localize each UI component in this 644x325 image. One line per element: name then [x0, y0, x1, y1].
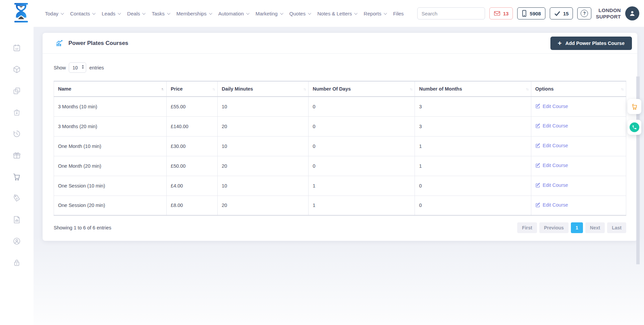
- mail-icon: [494, 10, 500, 16]
- cell-name: One Month (10 min): [54, 136, 167, 156]
- cell-options: Edit Course: [531, 116, 626, 136]
- column-header-options[interactable]: Options↑↓: [531, 81, 626, 97]
- topbar: Today Contacts Leads Deals Tasks Members…: [0, 0, 644, 27]
- nav-item-deals[interactable]: Deals: [127, 11, 145, 16]
- page-length-select[interactable]: 10: [69, 62, 86, 73]
- floating-phone-button[interactable]: [628, 120, 641, 135]
- sort-icon: ↑↓: [621, 87, 623, 91]
- table-row: One Month (10 min) £30.00 10 0 1 Edit Co…: [54, 136, 626, 156]
- edit-course-link[interactable]: Edit Course: [535, 163, 568, 168]
- floating-cart-button[interactable]: [628, 99, 641, 114]
- column-header-number-of-months[interactable]: Number of Months↑↓: [415, 81, 531, 97]
- cell-days: 1: [309, 196, 415, 215]
- svg-text:12: 12: [15, 47, 18, 50]
- cart-icon[interactable]: [12, 172, 21, 181]
- pagination-next-button[interactable]: Next: [585, 222, 605, 233]
- cell-days: 0: [309, 156, 415, 176]
- hourglass-logo-icon[interactable]: [11, 2, 31, 24]
- cell-options: Edit Course: [531, 196, 626, 215]
- check-icon: [554, 11, 560, 16]
- package-icon[interactable]: [12, 65, 21, 74]
- pagination-previous-button[interactable]: Previous: [539, 222, 569, 233]
- sort-icon: ↑↓: [303, 87, 306, 91]
- cell-price: £50.00: [167, 156, 218, 176]
- add-power-plates-course-button[interactable]: + Add Power Plates Course: [550, 37, 632, 50]
- report-icon[interactable]: [12, 215, 21, 224]
- cell-name: One Session (20 min): [54, 196, 167, 215]
- edit-icon: [535, 163, 540, 168]
- edit-course-link[interactable]: Edit Course: [535, 104, 568, 109]
- column-header-price[interactable]: Price↑↓: [167, 81, 218, 97]
- table-row: One Session (10 min) £4.00 10 1 0 Edit C…: [54, 176, 626, 196]
- cell-days: 1: [309, 176, 415, 196]
- history-icon[interactable]: [12, 129, 21, 138]
- account-icon[interactable]: [12, 237, 21, 246]
- table-footer: Showing 1 to 6 of 6 entries First Previo…: [54, 222, 626, 233]
- cell-daily-minutes: 10: [217, 136, 308, 156]
- lock-icon[interactable]: [12, 258, 21, 267]
- plus-icon: +: [558, 40, 562, 47]
- cell-options: Edit Course: [531, 176, 626, 196]
- chevron-down-icon: [280, 11, 283, 15]
- pagination-last-button[interactable]: Last: [607, 222, 626, 233]
- main-nav: Today Contacts Leads Deals Tasks Members…: [45, 11, 404, 16]
- nav-item-marketing[interactable]: Marketing: [256, 11, 282, 16]
- cell-months: 3: [415, 116, 531, 136]
- avatar[interactable]: [625, 6, 639, 20]
- chevron-down-icon: [167, 11, 170, 15]
- nav-item-tasks[interactable]: Tasks: [152, 11, 169, 16]
- svg-text:$: $: [16, 197, 18, 201]
- edit-course-link[interactable]: Edit Course: [535, 182, 568, 188]
- cell-name: One Session (10 min): [54, 176, 167, 196]
- topbar-right: 13 5908 15 ? LONDON SUPPORT: [417, 6, 644, 20]
- page-title: Power Plates Courses: [56, 40, 128, 47]
- nav-item-memberships[interactable]: Memberships: [176, 11, 211, 16]
- cell-months: 0: [415, 196, 531, 215]
- pagination-first-button[interactable]: First: [517, 222, 537, 233]
- nav-item-today[interactable]: Today: [45, 11, 63, 16]
- table-row: One Session (20 min) £8.00 20 1 0 Edit C…: [54, 196, 626, 215]
- gift-icon[interactable]: [12, 151, 21, 160]
- cell-daily-minutes: 10: [217, 176, 308, 196]
- card-body: Show 10 entries Name↑↓ Price↑↓: [43, 54, 637, 233]
- cell-price: £30.00: [167, 136, 218, 156]
- edit-icon: [535, 183, 540, 188]
- tasks-badge[interactable]: 15: [550, 7, 573, 19]
- cell-months: 3: [415, 97, 531, 116]
- cell-daily-minutes: 20: [217, 156, 308, 176]
- pagination-page-1-button[interactable]: 1: [571, 222, 583, 233]
- nav-item-leads[interactable]: Leads: [102, 11, 120, 16]
- nav-item-reports[interactable]: Reports: [364, 11, 386, 16]
- chevron-down-icon: [246, 11, 250, 15]
- mail-badge[interactable]: 13: [489, 7, 513, 19]
- help-button[interactable]: ?: [577, 7, 591, 19]
- cell-options: Edit Course: [531, 156, 626, 176]
- sort-icon: ↑↓: [161, 87, 164, 91]
- edit-course-link[interactable]: Edit Course: [535, 143, 568, 148]
- column-header-daily-minutes[interactable]: Daily Minutes↑↓: [217, 81, 308, 97]
- cart-icon: [631, 103, 639, 111]
- nav-item-quotes[interactable]: Quotes: [289, 11, 310, 16]
- calls-badge[interactable]: 5908: [517, 7, 545, 19]
- calendar-icon[interactable]: 12: [12, 44, 21, 52]
- search-input[interactable]: [418, 11, 485, 16]
- shopping-bag-icon[interactable]: [12, 108, 21, 117]
- price-tag-icon[interactable]: $: [12, 194, 21, 203]
- cell-daily-minutes: 20: [217, 116, 308, 136]
- edit-course-link[interactable]: Edit Course: [535, 202, 568, 208]
- chevron-down-icon: [142, 11, 146, 15]
- nav-item-files[interactable]: Files: [393, 11, 404, 16]
- nav-item-contacts[interactable]: Contacts: [70, 11, 95, 16]
- nav-item-automation[interactable]: Automation: [218, 11, 249, 16]
- sidebar: 12 $: [0, 27, 34, 325]
- column-header-name[interactable]: Name↑↓: [54, 81, 167, 97]
- column-header-number-of-days[interactable]: Number Of Days↑↓: [309, 81, 415, 97]
- nav-item-notes-letters[interactable]: Notes & Letters: [317, 11, 357, 16]
- chevron-down-icon: [354, 11, 358, 15]
- copy-icon[interactable]: [12, 87, 21, 95]
- cell-name: 3 Months (10 min): [54, 97, 167, 116]
- mobile-phone-icon: [522, 10, 527, 17]
- cell-price: £8.00: [167, 196, 218, 215]
- search-box: [417, 7, 485, 19]
- edit-course-link[interactable]: Edit Course: [535, 123, 568, 128]
